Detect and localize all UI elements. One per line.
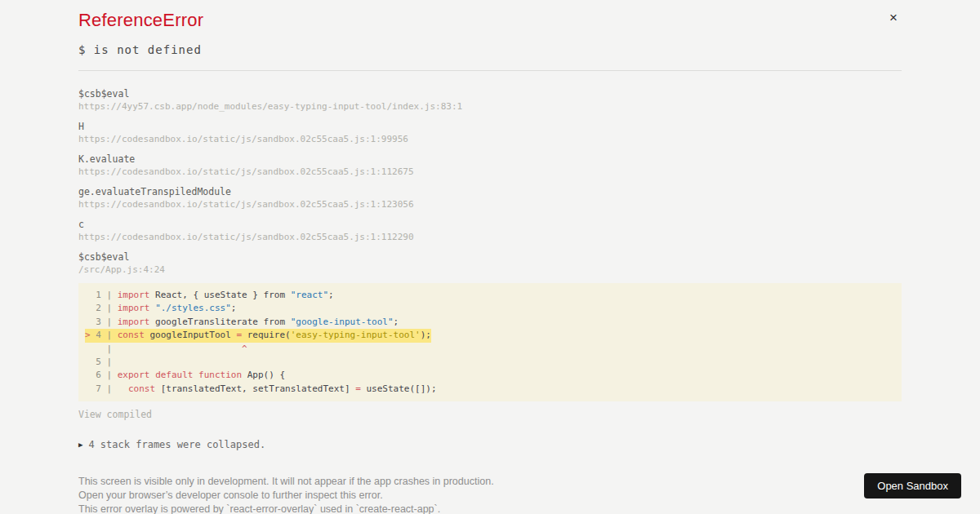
stack-frame-function: $csb$eval	[78, 87, 902, 100]
collapsed-frames-toggle[interactable]: ▶4 stack frames were collapsed.	[78, 439, 902, 450]
footer-note: This screen is visible only in developme…	[78, 475, 902, 489]
code-line: 1 | import React, { useState } from "rea…	[85, 289, 895, 302]
code-line: > 4 | const googleInputTool = require('e…	[85, 329, 895, 342]
code-line: 2 | import "./styles.css";	[85, 302, 895, 315]
stack-frame-location: https://codesandbox.io/static/js/sandbox…	[78, 166, 902, 179]
error-message: $ is not defined	[78, 43, 902, 56]
stack-trace: $csb$evalhttps://4yy57.csb.app/node_modu…	[78, 87, 902, 277]
stack-frame[interactable]: Hhttps://codesandbox.io/static/js/sandbo…	[78, 120, 902, 146]
code-frame: 1 | import React, { useState } from "rea…	[78, 283, 902, 401]
footer-notes: This screen is visible only in developme…	[78, 475, 902, 514]
stack-frame-function: ge.evaluateTranspiledModule	[78, 185, 902, 198]
stack-frame[interactable]: K.evaluatehttps://codesandbox.io/static/…	[78, 153, 902, 179]
stack-frame-function: c	[78, 218, 902, 231]
stack-frame-function: K.evaluate	[78, 153, 902, 166]
stack-frame-function: $csb$eval	[78, 250, 902, 264]
stack-frame[interactable]: chttps://codesandbox.io/static/js/sandbo…	[78, 218, 902, 244]
stack-frame-location: /src/App.js:4:24	[78, 264, 902, 277]
code-line: 5 |	[85, 356, 895, 369]
code-line: 7 | const [translatedText, setTranslated…	[85, 383, 895, 396]
error-overlay: ReferenceError $ is not defined $csb$eva…	[78, 0, 902, 514]
footer-note: This error overlay is powered by `react-…	[78, 503, 902, 514]
stack-frame[interactable]: $csb$eval/src/App.js:4:24	[78, 250, 902, 277]
error-title: ReferenceError	[78, 10, 902, 31]
collapsed-frames-label: 4 stack frames were collapsed.	[88, 439, 265, 450]
code-line: 6 | export default function App() {	[85, 369, 895, 382]
stack-frame[interactable]: $csb$evalhttps://4yy57.csb.app/node_modu…	[78, 87, 902, 113]
open-sandbox-button[interactable]: Open Sandbox	[864, 473, 961, 498]
stack-frame-function: H	[78, 120, 902, 133]
expand-triangle-icon: ▶	[78, 441, 82, 449]
footer-note: Open your browser’s developer console to…	[78, 489, 902, 503]
code-line: 3 | import googleTransliterate from "goo…	[85, 316, 895, 329]
stack-frame-location: https://4yy57.csb.app/node_modules/easy-…	[78, 100, 902, 113]
divider	[78, 70, 902, 71]
stack-frame[interactable]: ge.evaluateTranspiledModulehttps://codes…	[78, 185, 902, 211]
stack-frame-location: https://codesandbox.io/static/js/sandbox…	[78, 133, 902, 146]
view-compiled-link[interactable]: View compiled	[78, 409, 152, 420]
code-line: | ^	[85, 343, 895, 356]
stack-frame-location: https://codesandbox.io/static/js/sandbox…	[78, 198, 902, 211]
stack-frame-location: https://codesandbox.io/static/js/sandbox…	[78, 231, 902, 244]
